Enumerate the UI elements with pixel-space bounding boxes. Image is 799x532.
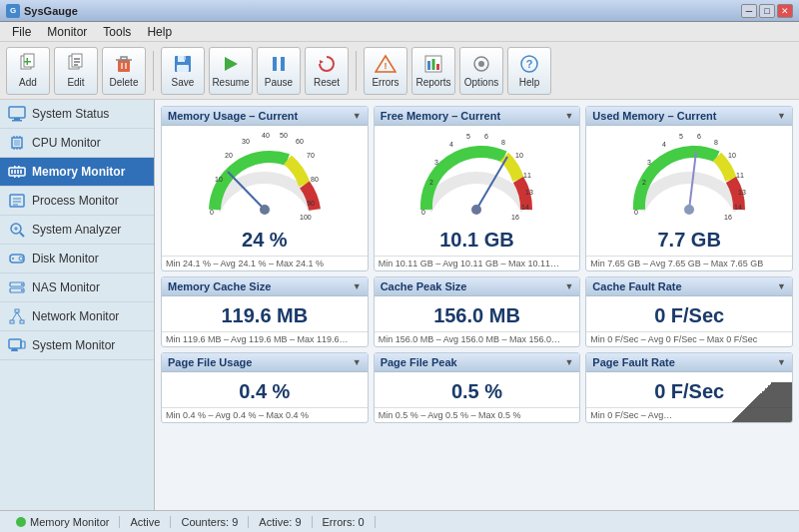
menu-monitor[interactable]: Monitor [39,23,95,41]
sidebar-label: System Monitor [32,338,115,352]
page-fault-rate-panel: Page Fault Rate ▼ 0 F/Sec Min 0 F/Sec – … [585,352,793,423]
resume-icon [220,53,242,75]
page-file-usage-dropdown[interactable]: ▼ [353,357,362,367]
svg-text:4: 4 [449,141,453,148]
sidebar-item-cpu-monitor[interactable]: CPU Monitor [0,129,154,158]
memory-cache-size-value: 119.6 MB [162,296,368,331]
minimize-button[interactable]: ─ [741,4,757,18]
svg-marker-21 [320,60,324,64]
title-bar-controls[interactable]: ─ □ ✕ [741,4,793,18]
maximize-button[interactable]: □ [759,4,775,18]
memory-usage-dropdown[interactable]: ▼ [353,111,362,121]
svg-text:20: 20 [225,152,233,159]
cache-peak-size-dropdown[interactable]: ▼ [564,281,573,291]
page-file-usage-value: 0.4 % [162,372,368,407]
memory-usage-header: Memory Usage – Current ▼ [162,107,368,126]
cache-fault-rate-title: Cache Fault Rate [592,280,681,292]
edit-button[interactable]: Edit [54,47,98,95]
free-memory-gauge: 0 2 3 4 5 6 8 10 11 13 14 16 [411,130,541,225]
resume-button[interactable]: Resume [209,47,253,95]
free-memory-value: 10.1 GB [439,229,513,252]
status-monitor-label: Memory Monitor [30,516,109,528]
svg-text:4: 4 [662,141,666,148]
page-file-peak-title: Page File Peak [381,356,457,368]
sidebar-item-network-monitor[interactable]: Network Monitor [0,302,154,331]
cache-fault-rate-dropdown[interactable]: ▼ [777,281,786,291]
status-bar: Memory Monitor Active Counters: 9 Active… [0,510,799,532]
sidebar-item-disk-monitor[interactable]: Disk Monitor [0,245,154,273]
pause-label: Pause [265,77,293,88]
edit-label: Edit [67,77,84,88]
sidebar-item-memory-monitor[interactable]: Memory Monitor [0,158,154,187]
svg-text:0: 0 [210,209,214,216]
svg-text:0: 0 [421,209,425,216]
sidebar-item-system-analyzer[interactable]: System Analyzer [0,216,154,245]
reports-button[interactable]: Reports [411,47,455,95]
svg-rect-19 [273,57,277,71]
reports-icon [422,53,444,75]
free-memory-dropdown[interactable]: ▼ [564,111,573,121]
status-monitor-name: Memory Monitor [6,516,120,528]
used-memory-gauge: 0 2 3 4 5 6 8 10 11 13 14 16 [624,130,754,225]
analyzer-icon [8,221,26,239]
page-file-peak-panel: Page File Peak ▼ 0.5 % Min 0.5 % – Avg 0… [374,352,581,423]
page-file-peak-header: Page File Peak ▼ [375,353,580,372]
memory-usage-value: 24 % [242,229,288,252]
options-button[interactable]: Options [459,47,503,95]
menu-file[interactable]: File [4,23,39,41]
save-button[interactable]: Save [161,47,205,95]
page-fault-rate-dropdown[interactable]: ▼ [777,357,786,367]
memory-cache-size-dropdown[interactable]: ▼ [353,281,362,291]
svg-text:3: 3 [647,159,651,166]
svg-rect-47 [20,170,22,174]
memory-icon [8,163,26,181]
add-label: Add [19,77,37,88]
svg-text:8: 8 [501,139,505,146]
reset-button[interactable]: Reset [305,47,349,95]
svg-point-66 [21,289,23,291]
help-button[interactable]: ? Help [507,47,551,95]
title-bar-left: G SysGauge [6,4,78,18]
free-memory-body: 0 2 3 4 5 6 8 10 11 13 14 16 [375,126,580,256]
menu-tools[interactable]: Tools [95,23,139,41]
used-memory-dropdown[interactable]: ▼ [777,111,786,121]
svg-rect-25 [427,61,430,70]
sidebar-item-process-monitor[interactable]: Process Monitor [0,187,154,216]
status-counters-label: Counters: 9 [181,516,238,528]
used-memory-header: Used Memory – Current ▼ [586,107,792,126]
add-button[interactable]: Add [6,47,50,95]
memory-cache-size-stats: Min 119.6 MB – Avg 119.6 MB – Max 119.6… [162,331,368,346]
pause-button[interactable]: Pause [257,47,301,95]
svg-text:!: ! [385,61,388,71]
toolbar-sep-1 [153,51,154,91]
sidebar-label: CPU Monitor [32,136,101,150]
errors-button[interactable]: ! Errors [364,47,407,95]
app-icon: G [6,4,20,18]
sidebar-item-nas-monitor[interactable]: NAS Monitor [0,273,154,302]
svg-text:?: ? [526,58,533,70]
close-button[interactable]: ✕ [777,4,793,18]
status-active-label: Active [130,516,160,528]
svg-rect-26 [432,59,435,70]
sidebar-item-system-monitor[interactable]: System Monitor [0,331,154,360]
menu-help[interactable]: Help [139,23,180,41]
page-file-peak-dropdown[interactable]: ▼ [564,357,573,367]
svg-rect-3 [24,61,31,63]
delete-icon [113,53,135,75]
svg-point-88 [260,205,270,215]
svg-rect-48 [14,166,16,168]
sidebar-item-system-status[interactable]: System Status [0,100,154,129]
disk-icon [8,250,26,267]
options-label: Options [464,77,498,88]
page-file-peak-value: 0.5 % [375,372,580,407]
help-label: Help [519,77,540,88]
save-icon [172,53,194,75]
gauge-grid-top: Memory Usage – Current ▼ [161,106,793,271]
svg-text:10: 10 [215,176,223,183]
delete-button[interactable]: Delete [102,47,146,95]
page-fault-rate-header: Page Fault Rate ▼ [586,353,792,372]
svg-rect-34 [12,120,22,122]
cache-fault-rate-panel: Cache Fault Rate ▼ 0 F/Sec Min 0 F/Sec –… [585,276,793,347]
sidebar-label: NAS Monitor [32,280,100,294]
svg-text:6: 6 [484,133,488,140]
